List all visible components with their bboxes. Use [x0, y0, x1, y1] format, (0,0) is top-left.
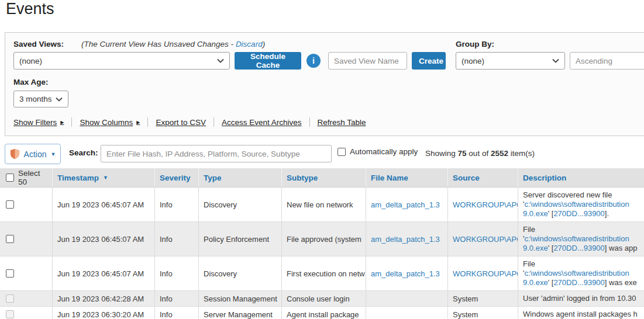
info-icon[interactable]: i — [306, 54, 321, 68]
showing-prefix: Showing — [425, 149, 456, 158]
max-age-value: 3 months — [19, 95, 52, 103]
saved-views-panel: Saved Views: (The Current View Has Unsav… — [5, 32, 644, 136]
info-glyph: i — [312, 56, 315, 65]
auto-apply-checkbox[interactable] — [338, 148, 346, 156]
select-all-checkbox[interactable] — [6, 174, 14, 182]
description-line: 9.0.exe' [270DD...93900] was app — [523, 244, 639, 253]
table-row: Jun 19 2023 06:42:28 AMInfoSession Manag… — [0, 291, 644, 307]
max-age-select[interactable]: 3 months — [13, 91, 68, 108]
sort-order-select[interactable]: Ascending — [570, 52, 644, 70]
showing-total: 2552 — [491, 149, 508, 158]
severity-cell: Info — [155, 307, 199, 319]
timestamp-header-label: Timestamp — [57, 174, 99, 182]
toolbar-links: Show Filters▶Show Columns▶Export to CSVA… — [13, 117, 366, 127]
subtype-cell: Console user login — [282, 291, 366, 306]
subtype-cell: First execution on netw — [282, 256, 366, 290]
cell-link[interactable]: WORKGROUP\APC — [453, 235, 518, 244]
cell-link[interactable]: WORKGROUP\APC — [453, 269, 518, 278]
table-row: Jun 19 2023 06:45:07 AMInfoPolicy Enforc… — [0, 222, 644, 256]
subtype-cell: Agent install package — [282, 307, 366, 319]
search-input[interactable] — [101, 145, 332, 162]
type-cell: Discovery — [199, 188, 282, 221]
showing-count: 75 — [458, 149, 467, 158]
header-description[interactable]: Description — [518, 168, 644, 187]
row-checkbox[interactable] — [6, 235, 14, 243]
sort-order-value: Ascending — [576, 57, 612, 65]
toolbar-link-show-columns[interactable]: Show Columns▶ — [80, 118, 140, 127]
type-cell: Server Management — [199, 307, 282, 319]
cell-text: System — [453, 310, 478, 319]
timestamp-cell: Jun 19 2023 06:45:07 AM — [53, 188, 155, 221]
header-source[interactable]: Source — [448, 168, 518, 187]
table-header-row: Select 50 Timestamp ▼ Severity Type Subt… — [0, 168, 644, 188]
timestamp-cell: Jun 19 2023 06:30:20 AM — [53, 307, 155, 319]
file-name-cell: am_delta_patch_1.3 — [366, 256, 448, 290]
toolbar-link-export-to-csv[interactable]: Export to CSV — [156, 118, 206, 127]
header-severity[interactable]: Severity — [155, 168, 199, 187]
cell-text: System — [453, 294, 478, 303]
table-row: Jun 19 2023 06:45:07 AMInfoDiscoveryNew … — [0, 188, 644, 222]
group-by-select[interactable]: (none) — [456, 52, 565, 70]
cell-link[interactable]: 270DD...93900 — [553, 244, 604, 252]
discard-link[interactable]: Discard — [236, 40, 263, 48]
cell-link[interactable]: am_delta_patch_1.3 — [371, 235, 440, 244]
link-separator — [147, 117, 148, 127]
header-subtype[interactable]: Subtype — [282, 168, 366, 187]
type-cell: Policy Enforcement — [199, 222, 282, 256]
cell-link[interactable]: am_delta_patch_1.3 — [371, 200, 440, 209]
toolbar-link-show-filters[interactable]: Show Filters▶ — [13, 118, 64, 127]
subtype-cell: File approved (system — [282, 222, 366, 256]
description-cell: Server discovered new file'c:\windows\so… — [518, 188, 644, 221]
header-timestamp[interactable]: Timestamp ▼ — [53, 168, 155, 187]
severity-cell: Info — [155, 256, 199, 290]
file-name-cell — [366, 291, 448, 306]
toolbar-link-access-event-archives[interactable]: Access Event Archives — [222, 118, 302, 127]
cell-text: ' [ — [548, 209, 554, 218]
shield-icon — [10, 148, 20, 160]
saved-views-select[interactable]: (none) — [13, 52, 230, 70]
subtype-cell: New file on network — [282, 188, 366, 221]
create-button[interactable]: Create — [412, 52, 446, 70]
group-by-select-value: (none) — [462, 57, 484, 65]
caret-down-icon: ▼ — [51, 151, 56, 157]
description-line: 'c:\windows\softwaredistribution — [523, 200, 639, 209]
cell-link[interactable]: 9.0.exe — [523, 278, 548, 287]
header-file-name[interactable]: File Name — [366, 168, 448, 187]
cell-link[interactable]: c:\windows\softwaredistribution — [524, 200, 629, 209]
table-body: Jun 19 2023 06:45:07 AMInfoDiscoveryNew … — [0, 188, 644, 319]
header-select-50: Select 50 — [0, 168, 53, 187]
cell-link[interactable]: 270DD...93900 — [553, 278, 604, 287]
source-cell: WORKGROUP\APC — [448, 188, 518, 221]
type-cell: Discovery — [199, 256, 282, 290]
cell-link[interactable]: am_delta_patch_1.3 — [371, 269, 440, 278]
cell-link[interactable]: 270DD...93900 — [553, 209, 604, 218]
cell-link[interactable]: c:\windows\softwaredistribution — [524, 234, 629, 243]
cell-text: ] was exe — [605, 278, 637, 287]
saved-views-select-value: (none) — [19, 57, 42, 65]
row-checkbox[interactable] — [6, 269, 14, 278]
row-checkbox[interactable] — [6, 200, 14, 209]
table-row: Jun 19 2023 06:30:20 AMInfoServer Manage… — [0, 307, 644, 319]
unsaved-note-close: ) — [263, 40, 266, 48]
timestamp-cell: Jun 19 2023 06:42:28 AM — [53, 291, 155, 306]
toolbar-link-refresh-table[interactable]: Refresh Table — [318, 118, 366, 127]
description-cell: Windows agent install packages h — [518, 307, 644, 319]
cell-text: File — [523, 225, 535, 234]
cell-link[interactable]: 9.0.exe — [523, 209, 548, 218]
saved-view-name-input[interactable] — [328, 52, 407, 70]
action-button[interactable]: Action ▼ — [5, 144, 61, 164]
schedule-cache-button[interactable]: Schedule Cache — [235, 52, 301, 70]
link-separator — [309, 117, 310, 127]
timestamp-cell: Jun 19 2023 06:45:07 AM — [53, 256, 155, 290]
row-select-cell — [0, 188, 53, 221]
header-type[interactable]: Type — [199, 168, 282, 187]
unsaved-changes-note: (The Current View Has Unsaved Changes - … — [81, 40, 265, 48]
cell-link[interactable]: 9.0.exe — [523, 244, 548, 252]
link-separator — [213, 117, 214, 127]
page-title: Events — [6, 0, 54, 18]
cell-link[interactable]: c:\windows\softwaredistribution — [524, 269, 629, 278]
cell-link[interactable]: WORKGROUP\APC — [453, 200, 518, 209]
row-checkbox — [6, 294, 14, 303]
row-select-cell — [0, 307, 53, 319]
row-select-cell — [0, 222, 53, 256]
